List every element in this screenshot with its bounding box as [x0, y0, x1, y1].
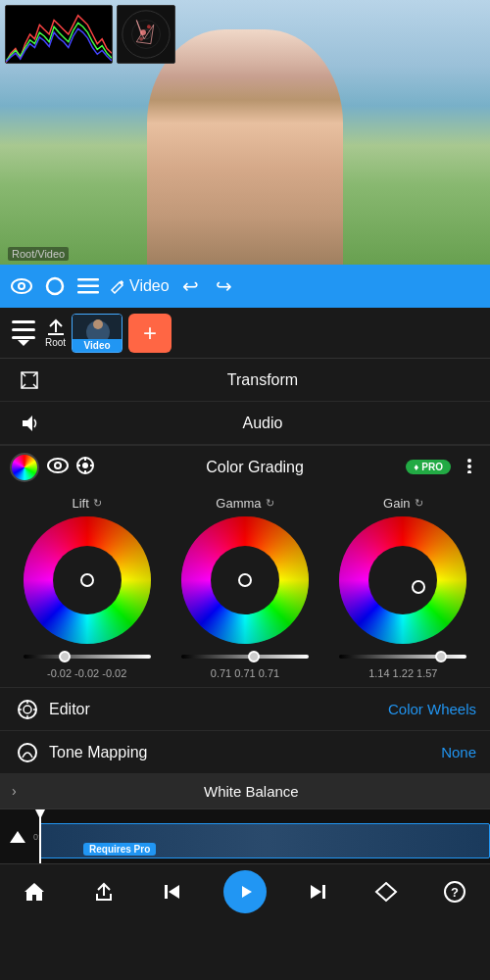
- circle-icon[interactable]: [41, 272, 69, 300]
- gain-handle[interactable]: [412, 580, 425, 594]
- video-figure: [147, 29, 343, 265]
- svg-marker-50: [10, 831, 25, 843]
- menu-icon[interactable]: [74, 272, 102, 300]
- gamma-reset-icon[interactable]: ↻: [266, 497, 274, 510]
- bottom-toolbar: ?: [0, 863, 490, 918]
- share-button[interactable]: [84, 872, 123, 911]
- color-wheels-area: Lift ↻ -0.02 -0.02 -0.02 Gamma ↻: [0, 488, 490, 687]
- video-preview: Root/Video: [0, 0, 490, 265]
- audio-row[interactable]: Audio: [0, 402, 490, 445]
- color-menu-icon[interactable]: [459, 458, 480, 477]
- gamma-values: 0.71 0.71 0.71: [211, 667, 279, 679]
- requires-pro-badge: Requires Pro: [83, 843, 156, 856]
- white-balance-label: White Balance: [24, 783, 478, 800]
- lift-center-handle[interactable]: [80, 573, 94, 587]
- lift-brightness-thumb[interactable]: [59, 651, 71, 662]
- svg-rect-1: [118, 6, 174, 63]
- add-clip-button[interactable]: +: [128, 314, 172, 353]
- redo-button[interactable]: ↪: [211, 272, 238, 300]
- gamma-label-row: Gamma ↻: [216, 496, 273, 511]
- gamma-brightness-slider[interactable]: [181, 650, 309, 663]
- gain-values: 1.14 1.22 1.57: [368, 667, 437, 679]
- svg-point-42: [467, 470, 471, 473]
- gain-color-wheel[interactable]: [339, 516, 466, 644]
- svg-marker-53: [169, 885, 179, 899]
- svg-point-35: [82, 463, 88, 468]
- video-clip-thumb[interactable]: Video: [72, 314, 122, 353]
- tone-mapping-icon: [14, 739, 41, 766]
- help-button[interactable]: ?: [435, 872, 474, 911]
- play-button[interactable]: [223, 870, 267, 913]
- editor-value: Color Wheels: [388, 701, 476, 717]
- white-balance-row[interactable]: › White Balance: [0, 773, 490, 808]
- svg-marker-54: [242, 886, 252, 898]
- histogram-overlay: [5, 5, 175, 64]
- root-video-label: Root/Video: [8, 247, 69, 261]
- svg-point-6: [140, 29, 146, 35]
- gamma-label: Gamma: [216, 496, 261, 511]
- lift-brightness-slider[interactable]: [24, 650, 151, 663]
- lift-values: -0.02 -0.02 -0.02: [47, 667, 126, 679]
- color-grading-title: Color Grading: [104, 459, 406, 476]
- layers-button[interactable]: [8, 320, 39, 346]
- gain-reset-icon[interactable]: ↻: [415, 497, 423, 510]
- gain-brightness-slider[interactable]: [339, 650, 466, 663]
- color-settings-icon[interactable]: [74, 455, 96, 480]
- svg-point-33: [56, 464, 60, 467]
- prev-frame-button[interactable]: [154, 872, 193, 911]
- home-button[interactable]: [15, 872, 54, 911]
- timeline-track[interactable]: 0:00:00.00 0:00:03:25 0:00:07:20 Require…: [0, 809, 490, 863]
- gamma-wheel-container: Gamma ↻ 0.71 0.71 0.71: [172, 496, 318, 679]
- histogram-vectorscope: [117, 5, 175, 64]
- svg-marker-57: [376, 883, 396, 901]
- toolbar-title: Video: [129, 277, 170, 295]
- undo-button[interactable]: ↩: [177, 272, 205, 300]
- svg-marker-30: [23, 416, 32, 431]
- svg-rect-55: [322, 885, 325, 899]
- svg-marker-51: [24, 883, 44, 901]
- diamond-button[interactable]: [367, 872, 406, 911]
- lift-color-wheel[interactable]: [24, 516, 151, 644]
- transform-row[interactable]: Transform: [0, 359, 490, 402]
- editor-icon: [14, 696, 41, 723]
- timeline-collapse-button[interactable]: [4, 823, 31, 851]
- video-thumb-image: [73, 315, 122, 339]
- svg-marker-56: [311, 885, 321, 899]
- svg-point-7: [147, 24, 151, 28]
- next-frame-button[interactable]: [297, 872, 336, 911]
- timeline-clip[interactable]: Requires Pro: [39, 823, 490, 858]
- tone-mapping-row[interactable]: Tone Mapping None: [0, 730, 490, 773]
- timeline-playhead[interactable]: [39, 809, 41, 863]
- gain-brightness-thumb[interactable]: [435, 651, 447, 662]
- tone-mapping-label: Tone Mapping: [49, 744, 441, 761]
- transform-icon: [16, 367, 43, 394]
- gamma-brightness-thumb[interactable]: [248, 651, 260, 662]
- transform-label: Transform: [51, 371, 474, 389]
- svg-point-8: [139, 37, 143, 41]
- eye-icon[interactable]: [8, 272, 35, 300]
- svg-rect-18: [12, 336, 35, 339]
- root-button[interactable]: Root: [45, 318, 66, 348]
- wheels-row: Lift ↻ -0.02 -0.02 -0.02 Gamma ↻: [4, 496, 486, 679]
- editor-row[interactable]: Editor Color Wheels: [0, 687, 490, 730]
- second-toolbar: Root Video +: [0, 308, 490, 359]
- wb-chevron-icon: ›: [12, 783, 17, 799]
- video-thumb-label: Video: [73, 339, 122, 352]
- gain-label: Gain: [383, 496, 410, 511]
- tone-mapping-value: None: [441, 744, 476, 760]
- lift-reset-icon[interactable]: ↻: [93, 497, 102, 510]
- gamma-color-wheel[interactable]: [181, 516, 309, 644]
- pro-badge: PRO: [406, 460, 451, 474]
- lift-label-row: Lift ↻: [72, 496, 101, 511]
- gamma-center-handle[interactable]: [238, 573, 252, 587]
- color-eye-icon[interactable]: [47, 458, 69, 477]
- top-toolbar: Video ↩ ↪: [0, 265, 490, 308]
- audio-icon: [16, 410, 43, 437]
- svg-rect-17: [12, 328, 35, 331]
- svg-point-11: [20, 284, 24, 288]
- svg-rect-24: [73, 315, 122, 339]
- histogram-waveform: [5, 5, 113, 64]
- gamma-brightness-track: [181, 655, 309, 659]
- svg-point-44: [24, 706, 31, 713]
- edit-title-group: Video: [110, 277, 170, 295]
